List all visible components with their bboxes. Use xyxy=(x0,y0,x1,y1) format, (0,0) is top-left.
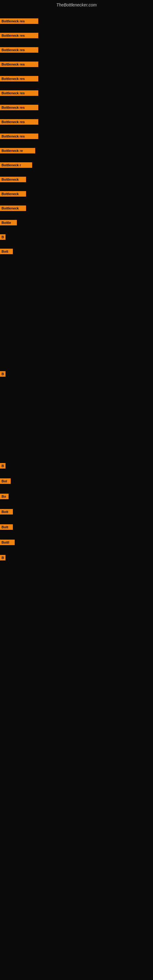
bottleneck-label-24[interactable]: Bottl xyxy=(0,539,15,545)
bottleneck-label-3[interactable]: Bottleneck res xyxy=(0,47,38,52)
bottleneck-label-25[interactable]: B xyxy=(0,555,5,560)
bottleneck-label-14[interactable]: Bottleneck xyxy=(0,205,26,211)
bottleneck-label-4[interactable]: Bottleneck res xyxy=(0,62,38,67)
bottleneck-label-19[interactable]: B xyxy=(0,463,5,469)
bottleneck-label-9[interactable]: Bottleneck res xyxy=(0,134,38,139)
bottleneck-label-15[interactable]: Bottle xyxy=(0,220,17,225)
bottleneck-label-16[interactable]: B xyxy=(0,234,5,240)
bottleneck-label-6[interactable]: Bottleneck res xyxy=(0,90,38,96)
bottleneck-label-1[interactable]: Bottleneck res xyxy=(0,18,38,24)
bottleneck-label-23[interactable]: Bott xyxy=(0,524,13,530)
bottleneck-label-13[interactable]: Bottleneck xyxy=(0,191,26,197)
site-title: TheBottlenecker.com xyxy=(0,0,153,10)
bottleneck-label-11[interactable]: Bottleneck r xyxy=(0,162,32,168)
bottleneck-label-8[interactable]: Bottleneck res xyxy=(0,119,38,125)
bottleneck-label-20[interactable]: Bot xyxy=(0,478,11,484)
bottleneck-label-22[interactable]: Bott xyxy=(0,509,13,514)
bottleneck-label-2[interactable]: Bottleneck res xyxy=(0,33,38,38)
bottleneck-label-7[interactable]: Bottleneck res xyxy=(0,105,38,110)
bottleneck-label-18[interactable]: B xyxy=(0,371,5,377)
bottleneck-label-17[interactable]: Bott xyxy=(0,249,13,254)
bottleneck-label-21[interactable]: Bo xyxy=(0,494,9,499)
bottleneck-label-5[interactable]: Bottleneck res xyxy=(0,76,38,81)
bottleneck-label-12[interactable]: Bottleneck xyxy=(0,177,26,182)
bottleneck-label-10[interactable]: Bottleneck re xyxy=(0,148,35,153)
